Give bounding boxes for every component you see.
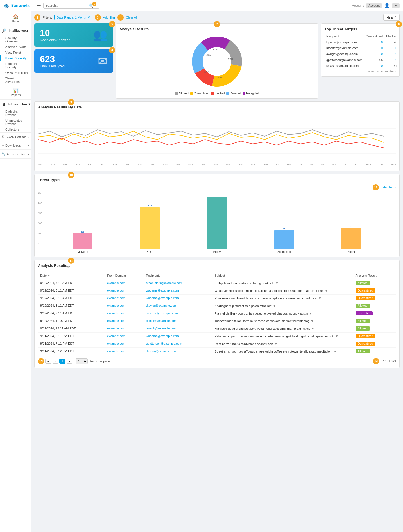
domain-link[interactable]: example.com	[107, 349, 125, 353]
sidebar-sub-alarms[interactable]: Alarms & Alerts	[0, 44, 31, 50]
page-first-button[interactable]: «	[45, 359, 51, 364]
domain-link[interactable]: example.com	[107, 289, 125, 292]
expand-subject-icon[interactable]: ▼	[275, 281, 279, 285]
sidebar-item-soar[interactable]: ⚙ SOAR Settings ›	[0, 133, 31, 141]
page-prev-button[interactable]: ‹	[53, 359, 58, 364]
sidebar-sub-collectors[interactable]: Collectors	[0, 127, 31, 132]
sidebar-item-reports[interactable]: 📊 Reports	[0, 85, 31, 99]
recipient-link[interactable]: mcarter@example.com	[146, 312, 178, 315]
recipient-link[interactable]: dtaylor@example.com	[146, 349, 177, 353]
analysis-table-section: Analysis Results ✏ Date ▼ From Domain Re…	[34, 260, 400, 368]
col-analysis-result[interactable]: Analysis Result	[353, 272, 396, 279]
bar-none-rect	[140, 207, 160, 249]
recipient-link[interactable]: bsmith@example.com	[146, 327, 176, 330]
col-subject[interactable]: Subject	[212, 272, 353, 279]
date-range-filter[interactable]: Date Range: 1 Month ✕	[54, 15, 92, 20]
sidebar-infrastructure-header[interactable]: 🖥 Infrastructure ▼	[0, 100, 31, 109]
legend-encrypted: Encrypted	[243, 92, 259, 95]
row-date: 9/12/2024, 5:11 AM EDT	[38, 295, 105, 302]
sidebar-sub-o365[interactable]: O365 Protection	[0, 70, 31, 76]
expand-subject-icon[interactable]: ▼	[318, 296, 322, 300]
result-badge: Quarantined	[356, 342, 375, 346]
recipient-link[interactable]: dtaylor@example.com	[146, 304, 177, 307]
recipient-link[interactable]: wadams@example.com	[146, 334, 179, 338]
row-subject: Keffiyeh sartorial mixtape coloring book…	[212, 279, 353, 287]
intelligence-chevron-icon: ▲	[26, 29, 29, 32]
legend-dot-deferred	[226, 92, 229, 95]
page-1-button[interactable]: 1	[59, 359, 65, 364]
recipient-link[interactable]: wadams@example.com	[146, 296, 179, 300]
search-input[interactable]	[45, 4, 89, 8]
analysis-table-row: 9/12/2024, 12:11 AM EDT example.com bsmi…	[38, 325, 396, 333]
expand-subject-icon[interactable]: ▼	[309, 312, 312, 315]
domain-link[interactable]: example.com	[107, 312, 125, 315]
row-result: Quarantined	[353, 333, 396, 340]
sidebar-sub-endpoint-devices[interactable]: Endpoint Devices	[0, 109, 31, 118]
account-dropdown[interactable]: ▼	[392, 3, 400, 8]
threat-table-row: kmason@example.com 0 64	[325, 63, 399, 69]
sidebar-sub-view-ticket[interactable]: View Ticket	[0, 50, 31, 55]
items-per-page-select[interactable]: 10 25 50	[76, 358, 88, 364]
edit-icon[interactable]: ✏	[67, 265, 71, 269]
expand-subject-icon[interactable]: ▼	[311, 319, 314, 323]
sidebar-sub-unprotected-devices[interactable]: Unprotected Devices	[0, 118, 31, 127]
sidebar-sub-endpoint-security[interactable]: Endpoint Security	[0, 61, 31, 70]
expand-subject-icon[interactable]: ▼	[274, 342, 278, 346]
sidebar-sub-threat-advisories[interactable]: Threat Advisories	[0, 76, 31, 85]
home-icon: 🏠	[13, 14, 19, 19]
domain-link[interactable]: example.com	[107, 327, 125, 330]
sidebar-sub-email-security[interactable]: Email Security	[0, 55, 31, 61]
hamburger-menu-icon[interactable]: ☰	[37, 3, 41, 9]
row-recipient: mcarter@example.com	[144, 310, 212, 317]
subject-text: Keffiyeh sartorial mixtape coloring book…	[215, 281, 275, 285]
recipient-link[interactable]: bsmith@example.com	[146, 319, 176, 322]
expand-subject-icon[interactable]: ▼	[335, 334, 338, 338]
analysis-table-row: 9/12/2024, 5:11 AM EDT example.com wadam…	[38, 295, 396, 302]
domain-link[interactable]: example.com	[107, 296, 125, 300]
expand-subject-icon[interactable]: ▼	[333, 349, 337, 353]
domain-link[interactable]: example.com	[107, 319, 125, 322]
expand-subject-icon[interactable]: ▼	[325, 289, 328, 293]
logo: 🐟 Barracuda	[3, 3, 34, 9]
col-recipients[interactable]: Recipients	[144, 272, 212, 279]
bar-none-value: 172	[140, 204, 160, 207]
add-filter-button[interactable]: Add filter	[103, 16, 115, 19]
filter-badge-4: 4	[117, 14, 124, 21]
recipient-link[interactable]: ethan.clark@example.com	[146, 281, 182, 285]
clear-all-button[interactable]: Clear All	[126, 16, 137, 19]
emails-number: 623	[40, 54, 65, 64]
col-from-domain[interactable]: From Domain	[105, 272, 144, 279]
threat-quarantined: 0	[364, 51, 385, 57]
page-next-button[interactable]: ›	[67, 359, 72, 364]
threat-col-quarantined: Quarantined	[364, 33, 385, 39]
recipients-number: 10	[40, 28, 70, 38]
domain-link[interactable]: example.com	[107, 281, 125, 285]
recipient-link[interactable]: wadams@example.com	[146, 289, 179, 292]
date-range-close-icon[interactable]: ✕	[87, 15, 90, 19]
help-button[interactable]: Help ↗	[383, 14, 400, 21]
legend-dot-quarantined	[190, 92, 193, 95]
sidebar-item-administration[interactable]: 🔧 Administration ›	[0, 150, 31, 158]
subject-text: Knausgaard pinterest fixie paleo retro D…	[215, 304, 272, 308]
col-date[interactable]: Date ▼	[38, 272, 105, 279]
domain-link[interactable]: example.com	[107, 334, 125, 338]
analysis-results-table: Date ▼ From Domain Recipients Subject An…	[38, 272, 396, 355]
recipient-link[interactable]: gpatterson@example.com	[146, 342, 182, 345]
expand-subject-icon[interactable]: ▼	[311, 327, 314, 331]
expand-subject-icon[interactable]: ▼	[273, 304, 276, 308]
threat-recipient: gpatterson@example.com	[325, 57, 364, 63]
threat-blocked: 0	[384, 57, 399, 63]
hide-charts-link[interactable]: 12 hide charts	[38, 184, 396, 190]
sidebar-sub-security-overview[interactable]: Security Overview	[0, 35, 31, 44]
bar-malware: 64 Malware	[73, 231, 92, 253]
hide-charts-label[interactable]: hide charts	[381, 186, 396, 189]
sidebar-item-home[interactable]: 🏠 Home	[0, 11, 31, 26]
domain-link[interactable]: example.com	[107, 342, 125, 345]
sidebar-intelligence-header[interactable]: 🔎 Intelligence ▲	[0, 26, 31, 35]
search-container: 🔍 1	[43, 3, 99, 9]
sidebar-item-downloads[interactable]: ⬇ Downloads ›	[0, 141, 31, 150]
bar-policy-rect	[207, 197, 227, 249]
domain-link[interactable]: example.com	[107, 304, 125, 307]
downloads-chevron-icon: ›	[28, 144, 29, 147]
svg-text:22%: 22%	[228, 58, 233, 61]
